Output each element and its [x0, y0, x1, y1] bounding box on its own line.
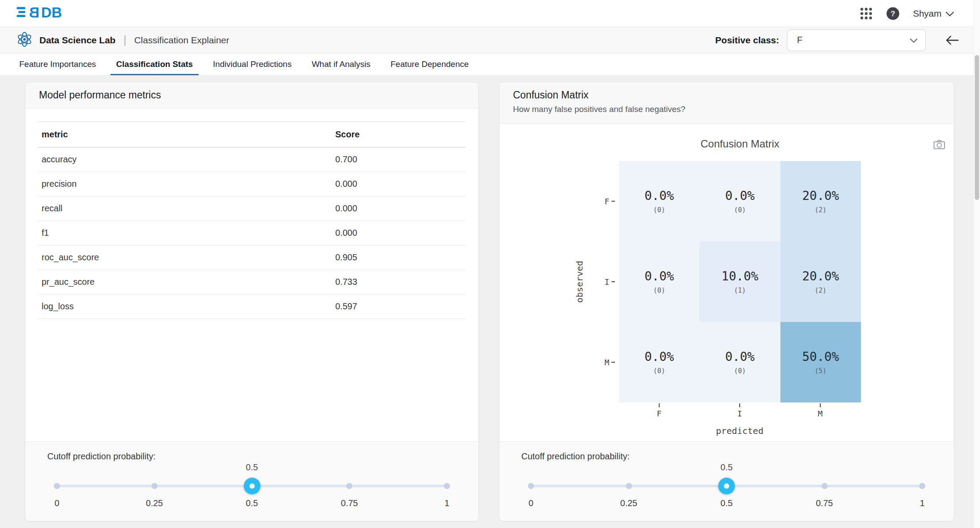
scrollbar[interactable]	[973, 0, 980, 528]
heatmap-cell-count: (0)	[653, 367, 665, 375]
slider-dot	[54, 483, 60, 489]
table-row: roc_auc_score 0.905	[38, 245, 466, 270]
table-row: pr_auc_score 0.733	[38, 270, 466, 294]
slider-handle[interactable]	[718, 478, 735, 494]
heatmap-cell[interactable]: 50.0% (5)	[780, 322, 861, 402]
back-arrow-button[interactable]	[945, 35, 959, 46]
x-tick: F	[646, 403, 672, 418]
slider-tick-labels: 0 0.25 0.5 0.75 1	[57, 498, 447, 510]
heatmap-cell[interactable]: 0.0% (0)	[619, 161, 699, 241]
slider-tick-label: 0.75	[816, 498, 833, 508]
metric-score-cell: 0.000	[332, 172, 466, 196]
subbar: Data Science Lab | Classification Explai…	[0, 27, 980, 53]
heatmap-cell[interactable]: 0.0% (0)	[619, 241, 699, 322]
confusion-card: Confusion Matrix How many false positive…	[499, 82, 954, 521]
heatmap-cell[interactable]: 0.0% (0)	[619, 322, 699, 402]
metric-score-cell: 0.905	[332, 245, 466, 270]
heatmap-cell-pct: 0.0%	[644, 189, 674, 203]
slider-value: 0.5	[720, 462, 733, 472]
cutoff-panel: Cutoff prediction probability: 0.5 0 0.2…	[499, 441, 954, 521]
slider-handle[interactable]	[244, 478, 260, 494]
tab-individual-predictions[interactable]: Individual Predictions	[203, 53, 302, 75]
slider-dot	[346, 483, 352, 489]
heatmap-cell[interactable]: 10.0% (1)	[699, 241, 780, 322]
scrollbar-thumb[interactable]	[975, 55, 979, 200]
app-grid-icon[interactable]	[860, 7, 873, 20]
confusion-heatmap: 0.0% (0) 0.0% (0) 20.0% (2) 0.0% (0) 10.…	[619, 161, 861, 402]
help-icon[interactable]: ?	[886, 7, 900, 21]
app-name: Data Science Lab	[39, 35, 116, 45]
heatmap-cell-count: (2)	[815, 287, 826, 294]
tab-feature-importances[interactable]: Feature Importances	[9, 53, 106, 75]
heatmap-cell-pct: 0.0%	[725, 189, 755, 203]
slider-dot	[528, 483, 534, 489]
metric-name-cell: precision	[38, 172, 332, 196]
main-content: Model performance metrics metric Score a…	[0, 76, 980, 521]
metrics-card-title: Model performance metrics	[39, 89, 161, 101]
metric-score-cell: 0.000	[332, 196, 466, 221]
user-menu[interactable]: Shyam	[913, 8, 954, 19]
table-header-metric: metric	[38, 122, 332, 147]
x-tick: M	[807, 403, 833, 418]
chevron-down-icon	[946, 8, 954, 19]
slider-dot	[444, 483, 450, 489]
metrics-card-header: Model performance metrics	[25, 82, 478, 108]
logo-letter-mirrored-b: B	[29, 4, 39, 21]
metric-name-cell: roc_auc_score	[38, 245, 332, 270]
heatmap-cell-pct: 20.0%	[802, 189, 839, 203]
tab-classification-stats[interactable]: Classification Stats	[106, 53, 203, 75]
heatmap-cell-count: (0)	[653, 287, 665, 294]
user-name: Shyam	[913, 8, 941, 19]
positive-class-select[interactable]: F	[787, 29, 926, 51]
table-header-row: metric Score	[38, 122, 466, 147]
heatmap-cell[interactable]: 0.0% (0)	[699, 322, 780, 402]
heatmap-cell[interactable]: 20.0% (2)	[780, 241, 861, 322]
plot-area: Confusion Matrix observed F I M 0.0% (0)…	[499, 124, 954, 441]
camera-icon[interactable]	[934, 140, 945, 151]
heatmap-cell[interactable]: 20.0% (2)	[780, 161, 861, 241]
topbar: B DB ? Shyam	[0, 0, 980, 27]
slider-dot	[151, 483, 158, 489]
metrics-table: metric Score accuracy 0.700 precision 0.…	[38, 122, 466, 319]
heatmap-cell-count: (2)	[815, 206, 826, 214]
heatmap-cell[interactable]: 0.0% (0)	[699, 161, 780, 241]
metrics-card: Model performance metrics metric Score a…	[25, 82, 479, 521]
help-glyph: ?	[890, 10, 895, 18]
tab-what-if-analysis[interactable]: What if Analysis	[302, 53, 380, 75]
logo-letters-db: DB	[41, 4, 62, 21]
slider-handle-dot	[249, 483, 255, 489]
atom-icon	[16, 31, 33, 50]
metric-name-cell: accuracy	[38, 147, 332, 172]
metric-score-cell: 0.597	[332, 294, 466, 319]
tab-feature-dependence[interactable]: Feature Dependence	[380, 53, 479, 75]
slider-tick-label: 0.5	[246, 498, 258, 508]
slider-tick-label: 0.75	[341, 498, 358, 508]
slider-tick-label: 0.25	[146, 498, 163, 508]
page-title: Classification Explainer	[134, 35, 229, 45]
heatmap-cell-pct: 20.0%	[802, 269, 839, 283]
metric-score-cell: 0.700	[332, 147, 466, 172]
cutoff-label: Cutoff prediction probability:	[47, 451, 457, 462]
heatmap-cell-count: (0)	[734, 367, 746, 375]
slider-tick-labels: 0 0.25 0.5 0.75 1	[531, 498, 922, 510]
metric-score-cell: 0.000	[332, 221, 466, 245]
x-axis-label: predicted	[716, 426, 763, 436]
metric-score-cell: 0.733	[332, 270, 466, 294]
slider-value: 0.5	[246, 462, 258, 472]
bdb-logo[interactable]: B DB	[17, 4, 74, 23]
slider-tick-label: 0	[528, 498, 533, 508]
chevron-down-icon	[910, 35, 917, 45]
metric-name-cell: pr_auc_score	[38, 270, 332, 294]
y-axis-label: observed	[574, 261, 585, 303]
table-row: log_loss 0.597	[38, 294, 466, 319]
heatmap-cell-pct: 0.0%	[644, 350, 674, 364]
cutoff-label: Cutoff prediction probability:	[521, 451, 932, 462]
slider-dot	[822, 483, 828, 489]
cutoff-slider[interactable]: 0.5 0 0.25 0.5 0.75 1	[531, 477, 922, 495]
heatmap-cell-count: (5)	[815, 367, 826, 375]
table-header-score: Score	[332, 122, 466, 147]
cutoff-slider[interactable]: 0.5 0 0.25 0.5 0.75 1	[57, 477, 447, 495]
confusion-card-header: Confusion Matrix How many false positive…	[499, 82, 954, 124]
table-row: accuracy 0.700	[38, 147, 466, 172]
heatmap-cell-pct: 0.0%	[644, 269, 674, 283]
